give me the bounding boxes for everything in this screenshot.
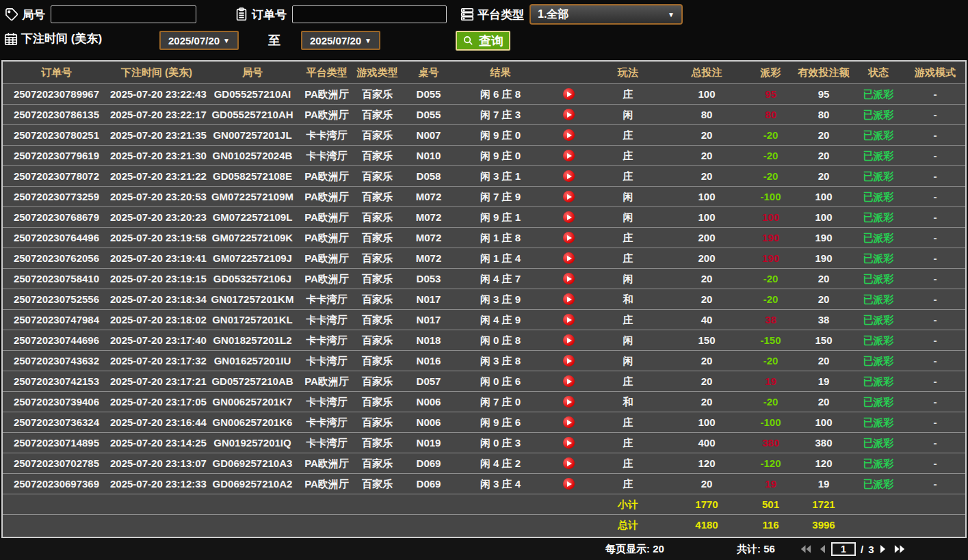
play-icon[interactable] xyxy=(563,232,575,243)
cell-valid-bet: 38 xyxy=(793,310,854,330)
cell-payout: -20 xyxy=(748,392,793,412)
cell-replay xyxy=(547,248,591,268)
cell-result: 闲 7 庄 3 xyxy=(454,105,547,124)
round-filter: 局号 xyxy=(4,5,196,23)
cell-platform-type: 卡卡湾厅 xyxy=(302,146,352,165)
cell-bet-time: 2025-07-20 23:17:32 xyxy=(110,351,203,371)
cell-valid-bet: 20 xyxy=(793,125,854,145)
cell-round-number: GN018257201L2 xyxy=(203,330,302,350)
calendar-icon xyxy=(3,31,18,46)
cell-order-number: 250720230697369 xyxy=(3,474,110,494)
play-icon[interactable] xyxy=(563,314,575,325)
cell-game-type: 百家乐 xyxy=(352,84,403,104)
play-icon[interactable] xyxy=(563,170,575,182)
cell-play-type: 和 xyxy=(591,289,665,309)
cell-round-number: GM0722572109J xyxy=(203,248,302,268)
play-icon[interactable] xyxy=(563,334,575,346)
play-icon[interactable] xyxy=(563,355,575,366)
cell-bet-time: 2025-07-20 23:22:43 xyxy=(110,84,203,104)
cell-total-bet: 150 xyxy=(665,330,748,350)
cell-status: 已派彩 xyxy=(854,187,902,206)
cell-platform-type: 卡卡湾厅 xyxy=(302,392,352,412)
cell-order-number: 250720230714895 xyxy=(3,433,110,453)
play-icon[interactable] xyxy=(563,396,575,408)
cell-total-bet: 100 xyxy=(665,412,748,432)
cell-total-bet: 100 xyxy=(665,84,748,104)
play-icon[interactable] xyxy=(563,150,575,161)
play-icon[interactable] xyxy=(563,437,575,449)
cell-bet-time: 2025-07-20 23:20:23 xyxy=(110,207,203,227)
cell-game-type: 百家乐 xyxy=(352,392,403,412)
cell-replay xyxy=(547,269,591,289)
cell-order-number: 250720230762056 xyxy=(3,248,110,268)
date-from-picker[interactable]: 2025/07/20 ▼ xyxy=(159,31,239,50)
table-row: 250720230758410 2025-07-20 23:19:15 GD05… xyxy=(3,269,965,289)
cell-play-type: 庄 xyxy=(591,371,665,391)
cell-game-mode: - xyxy=(902,105,968,124)
cell-replay xyxy=(547,146,591,165)
play-icon[interactable] xyxy=(563,457,575,469)
platform-select[interactable]: 1.全部 ▼ xyxy=(529,4,683,25)
page-number-input[interactable] xyxy=(831,542,856,556)
search-button[interactable]: 查询 xyxy=(456,31,510,51)
platform-filter: 平台类型 1.全部 ▼ xyxy=(460,4,683,25)
order-input[interactable] xyxy=(292,5,447,23)
cell-replay xyxy=(547,371,591,391)
play-icon[interactable] xyxy=(563,273,575,284)
play-icon[interactable] xyxy=(563,252,575,264)
play-icon[interactable] xyxy=(563,88,575,100)
date-to-picker[interactable]: 2025/07/20 ▼ xyxy=(301,31,380,50)
next-page-button[interactable] xyxy=(879,544,888,555)
cell-valid-bet: 19 xyxy=(793,371,854,391)
play-icon[interactable] xyxy=(563,293,575,305)
cell-payout: 80 xyxy=(748,105,793,124)
cell-valid-bet: 20 xyxy=(793,392,854,412)
play-icon[interactable] xyxy=(563,478,575,490)
cell-payout: 190 xyxy=(748,248,793,268)
previous-page-button[interactable] xyxy=(817,544,826,555)
total-pages: 3 xyxy=(868,544,874,555)
cell-valid-bet: 20 xyxy=(793,146,854,165)
cell-table-number: M072 xyxy=(403,207,454,227)
cell-round-number: GD055257210AH xyxy=(203,105,302,124)
cell-valid-bet: 20 xyxy=(793,289,854,309)
total-count-label: 共计: 56 xyxy=(737,538,775,560)
cell-platform-type: PA欧洲厅 xyxy=(302,105,352,124)
cell-game-mode: - xyxy=(902,453,968,473)
cell-bet-time: 2025-07-20 23:21:35 xyxy=(110,125,203,145)
table-row: 250720230789967 2025-07-20 23:22:43 GD05… xyxy=(3,84,965,105)
cell-replay xyxy=(547,392,591,412)
play-icon[interactable] xyxy=(563,191,575,202)
play-icon[interactable] xyxy=(563,109,575,120)
cell-bet-time: 2025-07-20 23:22:17 xyxy=(110,105,203,124)
header-cell: 局号 xyxy=(203,62,302,83)
last-page-button[interactable] xyxy=(893,544,906,555)
chevron-down-icon: ▼ xyxy=(223,37,230,44)
cell-game-mode: - xyxy=(902,84,968,104)
table-row: 250720230697369 2025-07-20 23:12:33 GD06… xyxy=(3,474,965,494)
cell-result: 闲 4 庄 9 xyxy=(454,310,547,330)
cell-play-type: 闲 xyxy=(591,207,665,227)
pagination: / 3 xyxy=(799,538,906,560)
table-row: 250720230779619 2025-07-20 23:21:30 GN01… xyxy=(3,146,965,166)
play-icon[interactable] xyxy=(563,416,575,428)
play-icon[interactable] xyxy=(563,129,575,141)
cell-play-type: 庄 xyxy=(591,146,665,165)
cell-result: 闲 0 庄 6 xyxy=(454,371,547,391)
cell-round-number: GN006257201K7 xyxy=(203,392,302,412)
cell-payout: -20 xyxy=(748,125,793,145)
play-icon[interactable] xyxy=(563,211,575,223)
server-icon xyxy=(460,7,475,22)
cell-result: 闲 3 庄 1 xyxy=(454,166,547,186)
cell-bet-time: 2025-07-20 23:16:44 xyxy=(110,412,203,432)
cell-valid-bet: 20 xyxy=(793,269,854,289)
cell-play-type: 闲 xyxy=(591,351,665,371)
cell-valid-bet: 150 xyxy=(793,330,854,350)
cell-table-number: D055 xyxy=(403,105,454,124)
first-page-button[interactable] xyxy=(799,544,813,555)
play-icon[interactable] xyxy=(563,375,575,387)
cell-table-number: N006 xyxy=(403,412,454,432)
cell-play-type: 庄 xyxy=(591,412,665,432)
round-input[interactable] xyxy=(51,5,196,23)
cell-order-number: 250720230742153 xyxy=(3,371,110,391)
